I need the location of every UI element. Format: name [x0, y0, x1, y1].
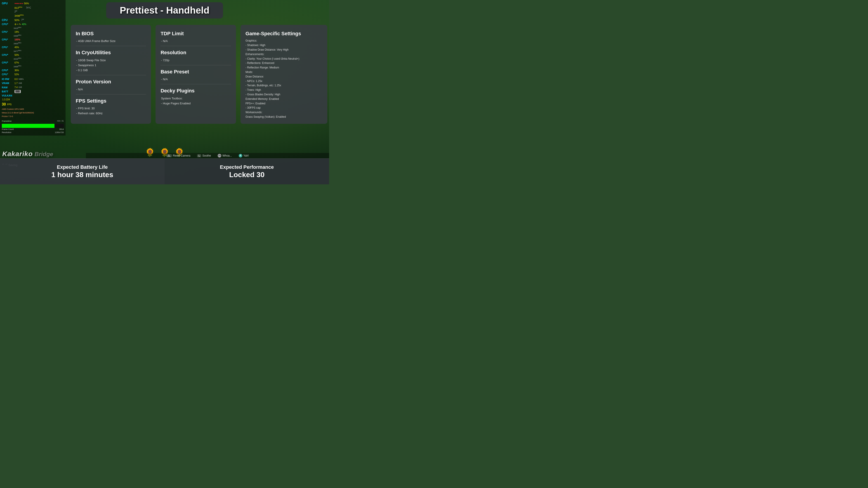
game-settings-content: Graphics: - Shadows: High - Shadow Draw … — [246, 39, 322, 119]
vram-row: VRAM 1.7 GiB — [2, 81, 64, 85]
hud-panel: GPU ♥♥♥♥ ♥♥ ♥ 56% 813MHz 74°C 2W 3498MHz… — [0, 0, 66, 135]
cpu-label: CPU — [2, 18, 13, 22]
cpu4-mhz: 3224MHz — [2, 57, 64, 61]
fpspp: FPS++: Enabled — [246, 101, 322, 106]
cpu5-mhz: 3498MHz — [2, 65, 64, 68]
title-bar: Prettiest - Handheld — [106, 2, 223, 19]
performance-value: Locked 30 — [229, 170, 265, 179]
bios-item-0: - 4GB UMA Frame Buffer Size — [76, 39, 146, 43]
ctrl-whoa-label: Whoa... — [222, 154, 232, 157]
decky-title: Decky Plugins — [160, 87, 231, 95]
vram-label: VRAM — [2, 81, 13, 85]
cpu1-mhz: 3498MHz — [2, 34, 64, 38]
fpspp-cap: - 30FPS cap — [246, 106, 322, 110]
gpu-hearts: ♥♥♥♥ ♥♥ ♥ — [14, 2, 23, 5]
resolution-info: Resolution 1280x720 — [2, 131, 64, 134]
vulkan-row: VULKAN — [2, 94, 64, 98]
tdp-title: TDP Limit — [160, 29, 231, 38]
kakariko-text: Kakariko — [2, 150, 33, 158]
resolution-label-hud: Resolution — [2, 131, 11, 134]
cpu5-row: CPU⁵ 67% — [2, 61, 64, 65]
batt-row: BATT ▓▓▓ — [2, 90, 64, 94]
battery-life-value: 1 hour 38 minutes — [51, 170, 113, 179]
gpu-usage: 56% — [24, 2, 29, 5]
right-panel: Game-Specific Settings Graphics: - Shado… — [241, 25, 327, 124]
enhancements-item-1: - Reflections: Enhanced — [246, 61, 322, 66]
draw-item-1: - Terrain, Buildings, etc: 1.25x — [246, 84, 322, 88]
bottom-bar: Expected Battery Life 1 hour 38 minutes … — [0, 158, 329, 184]
workarounds-label: Workarounds: — [246, 110, 322, 115]
decky-item-0: - Huge Pages Enabled — [160, 101, 231, 106]
cryo-item-2: - 0.1 GiB — [76, 68, 146, 73]
controls-bar: ZL Reset Camera L Soothe 🎮 Whoa... A Yah… — [86, 153, 329, 158]
frame-count-val: 3914 — [59, 128, 64, 131]
cpu5-usage: 67% — [14, 61, 19, 65]
cpu4-label: CPU⁴ — [2, 53, 13, 57]
base-preset-title: Base Preset — [160, 68, 231, 76]
cpu5-label: CPU⁵ — [2, 61, 13, 65]
ctrl-whoa: 🎮 Whoa... — [218, 154, 232, 158]
mid-panel: TDP Limit - N/A Resolution - 720p Base P… — [156, 25, 236, 124]
cpu3-row: CPU³ 45% — [2, 45, 64, 49]
graphics-item-0: - Shadows: High — [246, 43, 322, 48]
decky-subtitle: System Toolbox: — [160, 96, 231, 101]
cpu0-mhz: 3418MHz — [2, 26, 64, 30]
fps-val: 30 — [2, 102, 6, 107]
frametime-label: Frametime — [2, 120, 11, 123]
ctrl-yah-label: Yah! — [243, 154, 249, 157]
frametime-bar-container — [2, 124, 64, 128]
ram-row: RAM 7.4 GiB — [2, 86, 64, 90]
cpu1-usage: 19% — [14, 30, 19, 34]
vram-unit: GiB — [19, 82, 22, 85]
frame-info: Frame Count 3914 — [2, 128, 64, 131]
cpu2-usage: 100% — [14, 38, 20, 41]
cpu2-mhz: 3464MHz — [2, 42, 64, 45]
cpu7-row: CPU⁷ 52% — [2, 72, 64, 76]
cryo-item-1: - Swappiness 1 — [76, 63, 146, 68]
io-unit: MiB/s — [19, 78, 24, 81]
vulkan-info2: Mesa 22.2.0-devel (git-fec9285634) — [2, 111, 64, 115]
vulkan-label: VULKAN — [2, 94, 13, 98]
vulkan-info1: AMD Custom GPU 0405 — [2, 108, 64, 111]
cpu3-label: CPU³ — [2, 45, 13, 49]
cryo-title: In CryoUtilities — [76, 48, 146, 57]
cpu6-usage: 36% — [14, 69, 19, 72]
gpu-row: GPU ♥♥♥♥ ♥♥ ♥ 56% — [2, 1, 64, 6]
cpu0-usage: 40% — [22, 23, 26, 26]
cpu7-label: CPU⁷ — [2, 72, 13, 76]
extended-memory: Extended Memory: Enabled — [246, 97, 322, 101]
enhancements-label: Enhancements: — [246, 52, 322, 57]
fps-section-title: FPS Settings — [76, 97, 146, 105]
cpu0-label: CPU⁰ — [2, 22, 13, 26]
cpu7-usage: 52% — [14, 73, 19, 76]
bridge-text: Bridge — [35, 151, 53, 158]
divider-5 — [160, 65, 231, 65]
cpu2-label: CPU² — [2, 38, 13, 41]
resolution-item-0: - 720p — [160, 58, 231, 63]
main-panels: In BIOS - 4GB UMA Frame Buffer Size In C… — [69, 25, 329, 124]
cpu6-label: CPU⁶ — [2, 68, 13, 72]
gpu-mem: 3498MHz — [14, 14, 24, 18]
performance-title: Expected Performance — [220, 164, 274, 170]
grass-swaying: Grass Swaying (Vulkan): Enabled — [246, 115, 322, 119]
fps-item-1: - Refresh rate: 60Hz — [76, 111, 146, 116]
draw-item-0: - NPCs: 1.25x — [246, 79, 322, 84]
divider-4 — [160, 46, 231, 46]
enhancements-item-2: - Reflection Range: Medium — [246, 66, 322, 70]
left-panel: In BIOS - 4GB UMA Frame Buffer Size In C… — [71, 25, 151, 124]
divider-1 — [76, 46, 146, 46]
bios-title: In BIOS — [76, 29, 146, 38]
resolution-title: Resolution — [160, 48, 231, 57]
gpu-mem-row: 3498MHz — [2, 14, 64, 18]
cryo-item-0: - 16GB Swap File Size — [76, 58, 146, 63]
ctrl-soothe-key: L — [197, 154, 201, 157]
draw-distance-label: Draw Distance: — [246, 74, 322, 79]
cpu1-row: CPU¹ 19% — [2, 30, 64, 34]
cpu-usage: 50% — [14, 18, 20, 22]
cpu0-row: CPU⁰ ⚙ + ✎ 40% — [2, 22, 64, 26]
cpu4-usage: 50% — [14, 53, 19, 57]
frame-count-label: Frame Count — [2, 128, 14, 131]
batt-label: BATT — [2, 90, 13, 94]
gpu-power-row: 2W — [2, 10, 64, 13]
ram-label: RAM — [2, 86, 13, 90]
